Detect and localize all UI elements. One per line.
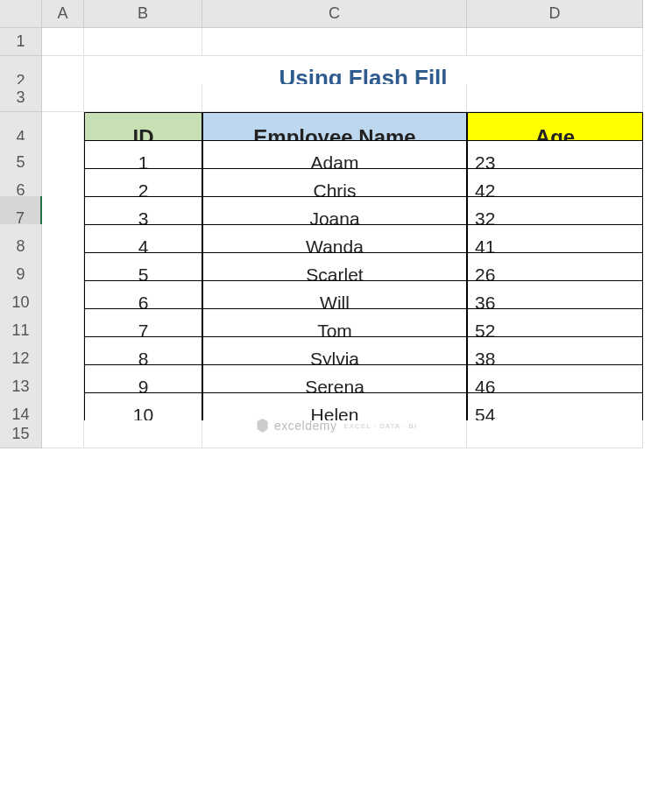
cell-B1[interactable] xyxy=(84,28,202,56)
col-header-B[interactable]: B xyxy=(84,0,202,28)
cell-C3[interactable] xyxy=(202,84,467,112)
row-header-1[interactable]: 1 xyxy=(0,28,42,56)
cell-A1[interactable] xyxy=(42,28,84,56)
col-header-C[interactable]: C xyxy=(202,0,467,28)
cell-A3[interactable] xyxy=(42,84,84,112)
row-header-15[interactable]: 15 xyxy=(0,420,42,448)
select-all-corner[interactable] xyxy=(0,0,42,28)
cell-D1[interactable] xyxy=(467,28,643,56)
col-header-A[interactable]: A xyxy=(42,0,84,28)
cell-B3[interactable] xyxy=(84,84,202,112)
row-header-3[interactable]: 3 xyxy=(0,84,42,112)
spreadsheet-grid: A B C D 1 2 Using Flash Fill 3 4 ID Empl… xyxy=(0,0,672,448)
cell-D15[interactable] xyxy=(467,420,643,448)
cell-C1[interactable] xyxy=(202,28,467,56)
cell-A15[interactable] xyxy=(42,420,84,448)
col-header-D[interactable]: D xyxy=(467,0,643,28)
cell-B15[interactable] xyxy=(84,420,202,448)
cell-D3[interactable] xyxy=(467,84,643,112)
cell-C15[interactable] xyxy=(202,420,467,448)
